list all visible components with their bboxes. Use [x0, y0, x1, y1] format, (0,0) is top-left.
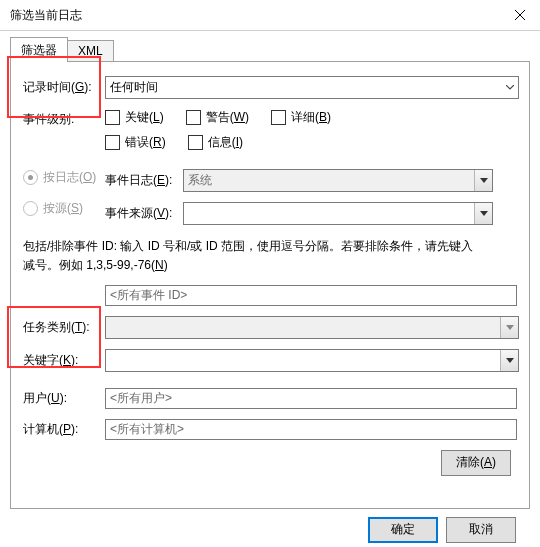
check-warning[interactable]: 警告(W)	[186, 109, 249, 126]
check-error[interactable]: 错误(R)	[105, 134, 166, 151]
chevron-down-icon	[500, 350, 518, 371]
label-task: 任务类别(T):	[23, 319, 105, 336]
radio-by-source: 按源(S)	[23, 200, 105, 217]
radio-by-log: 按日志(O)	[23, 169, 105, 186]
titlebar: 筛选当前日志	[0, 0, 540, 31]
cancel-button[interactable]: 取消	[446, 517, 516, 543]
tab-filter[interactable]: 筛选器	[10, 37, 68, 62]
dropdown-event-source[interactable]	[183, 202, 493, 225]
svg-marker-4	[506, 325, 514, 330]
check-info[interactable]: 信息(I)	[188, 134, 243, 151]
chevron-down-icon	[500, 317, 518, 338]
svg-marker-2	[480, 178, 488, 183]
checkbox-icon	[186, 110, 201, 125]
dropdown-event-log[interactable]: 系统	[183, 169, 493, 192]
svg-marker-5	[506, 358, 514, 363]
info-text: 包括/排除事件 ID: 输入 ID 号和/或 ID 范围，使用逗号分隔。若要排除…	[23, 237, 517, 275]
label-event-source: 事件来源(V):	[105, 205, 183, 222]
svg-marker-3	[480, 211, 488, 216]
label-computer: 计算机(P):	[23, 421, 105, 438]
checkbox-icon	[105, 110, 120, 125]
input-computer[interactable]	[105, 419, 517, 440]
label-level: 事件级别:	[23, 109, 105, 128]
tab-strip: 筛选器 XML	[10, 39, 530, 62]
label-user: 用户(U):	[23, 390, 105, 407]
checkbox-icon	[105, 135, 120, 150]
dropdown-task[interactable]	[105, 316, 519, 339]
dropdown-event-log-text: 系统	[184, 172, 474, 189]
checkbox-icon	[188, 135, 203, 150]
close-icon	[515, 10, 525, 20]
dropdown-keyword[interactable]	[105, 349, 519, 372]
ok-button[interactable]: 确定	[368, 517, 438, 543]
dropdown-logged[interactable]: 任何时间	[105, 76, 519, 99]
chevron-down-icon	[501, 77, 518, 98]
check-critical[interactable]: 关键(L)	[105, 109, 164, 126]
window-title: 筛选当前日志	[10, 7, 82, 24]
radio-icon	[23, 170, 38, 185]
chevron-down-icon	[474, 203, 492, 224]
tab-xml[interactable]: XML	[67, 40, 114, 61]
input-event-id[interactable]	[105, 285, 517, 306]
close-button[interactable]	[500, 0, 540, 30]
label-event-log: 事件日志(E):	[105, 172, 183, 189]
clear-button[interactable]: 清除(A)	[441, 450, 511, 476]
input-user[interactable]	[105, 388, 517, 409]
chevron-down-icon	[474, 170, 492, 191]
radio-icon	[23, 201, 38, 216]
checkbox-icon	[271, 110, 286, 125]
tab-panel-filter: 记录时间(G): 任何时间 事件级别: 关键(L)	[10, 62, 530, 509]
label-keyword: 关键字(K):	[23, 352, 105, 369]
dropdown-logged-text: 任何时间	[106, 79, 501, 96]
check-verbose[interactable]: 详细(B)	[271, 109, 331, 126]
label-logged: 记录时间(G):	[23, 79, 105, 96]
